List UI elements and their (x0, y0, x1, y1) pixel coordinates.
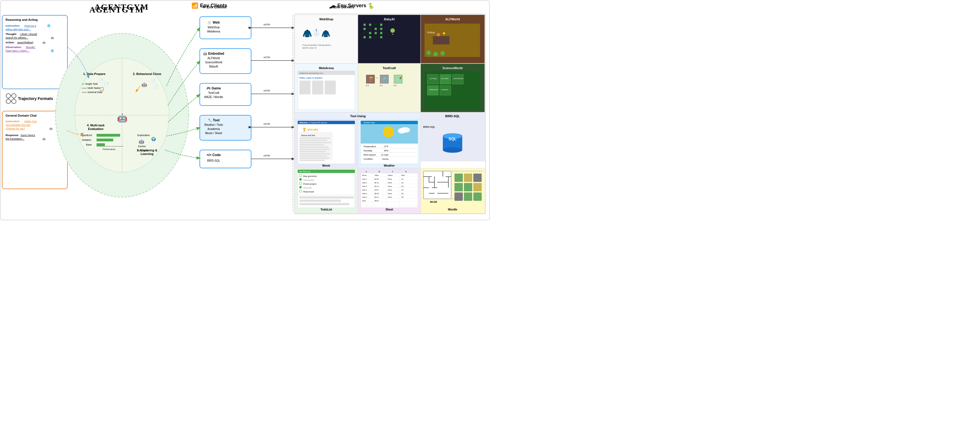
svg-text:Status: Status (388, 174, 393, 176)
svg-text:BATHROOM: BATHROOM (453, 78, 463, 80)
svg-text:Weather / Todo: Weather / Todo (204, 123, 223, 126)
svg-rect-185 (295, 120, 358, 168)
svg-text:2. Behavioral Clone: 2. Behavioral Clone (133, 72, 161, 75)
svg-text:🤖: 🤖 (142, 82, 147, 87)
svg-text:Exploration: Exploration (137, 134, 150, 137)
svg-text:WebArena: WebArena (207, 30, 220, 33)
svg-text:D: D (406, 171, 407, 173)
svg-text:ALFWorld: ALFWorld (445, 18, 460, 21)
svg-rect-136 (433, 36, 450, 45)
svg-text:Weather App: Weather App (363, 121, 375, 124)
svg-text:Feedback: Feedback (137, 149, 148, 152)
svg-text:Call dentist: Call dentist (303, 179, 314, 181)
svg-text:🤖: 🤖 (49, 127, 53, 130)
svg-text:Weather: Weather (384, 164, 395, 167)
svg-rect-245 (299, 203, 349, 205)
svg-text:🎮 Game: 🎮 Game (207, 86, 221, 90)
svg-text:📄: 📄 (104, 83, 109, 87)
svg-text:MAZE / Wordle: MAZE / Wordle (204, 96, 223, 99)
svg-rect-165 (425, 72, 480, 109)
svg-text:webarena.onesopshop.com: webarena.onesopshop.com (299, 72, 323, 74)
svg-point-213 (400, 127, 410, 133)
svg-rect-198 (299, 144, 325, 145)
svg-rect-208 (361, 121, 418, 164)
svg-rect-318 (455, 183, 463, 191)
python-icon: 🐍 (368, 3, 374, 9)
svg-text:My Todo List: My Todo List (299, 171, 310, 173)
svg-text:TextCraft: TextCraft (208, 91, 219, 94)
main-layout: AGENTGYM ≋ Env Clients ☁ Env Servers 🐍 R… (0, 0, 490, 220)
svg-text:HTTP: HTTP (264, 56, 270, 59)
svg-point-183 (443, 133, 462, 139)
svg-point-22 (6, 99, 11, 104)
svg-text:A: A (366, 171, 367, 173)
svg-text:72°F: 72°F (384, 145, 388, 148)
svg-rect-297 (421, 168, 485, 213)
svg-rect-227 (295, 168, 358, 213)
svg-text:🤖: 🤖 (43, 137, 46, 141)
svg-rect-122 (363, 32, 366, 34)
svg-text:$8.10: $8.10 (375, 182, 379, 184)
svg-rect-197 (299, 142, 331, 143)
svg-text:🤖: 🤖 (139, 139, 144, 144)
svg-rect-229 (298, 170, 355, 208)
svg-rect-204 (299, 157, 329, 159)
svg-rect-172 (427, 86, 438, 95)
svg-point-140 (433, 52, 438, 56)
svg-rect-105 (295, 15, 358, 63)
svg-text:Chinese for me?: Chinese for me? (6, 127, 25, 130)
svg-rect-242 (298, 195, 355, 195)
svg-text:Pend: Pend (388, 197, 392, 198)
svg-text:OUTSIDE: OUTSIDE (430, 78, 437, 80)
svg-text:WebArena: WebArena (319, 66, 334, 70)
svg-rect-126 (363, 36, 366, 38)
svg-text:Reasoning and Acting: Reasoning and Acting (6, 18, 38, 21)
svg-text:TextCraft: TextCraft (383, 66, 396, 70)
svg-point-23 (12, 99, 16, 104)
svg-text:Action:: Action: (6, 41, 15, 44)
svg-rect-166 (427, 74, 438, 84)
svg-text:Hello! Can: Hello! Can (24, 120, 37, 123)
svg-text:Total: Total (362, 200, 366, 201)
svg-point-130 (390, 28, 395, 33)
svg-text:1 x: 1 x (366, 84, 369, 87)
svg-rect-86 (200, 115, 251, 140)
svg-text:▭▭ General Data: ▭▭ General Data (82, 91, 102, 94)
svg-text:Humidity: Humidity (363, 149, 372, 152)
svg-text:🛒 Web: 🛒 Web (208, 20, 220, 24)
svg-text:→: → (375, 75, 379, 80)
svg-point-40 (56, 34, 189, 197)
svg-text:Evaluation: Evaluation (88, 127, 103, 131)
svg-text:WebShop: WebShop (208, 26, 220, 29)
svg-rect-249 (361, 170, 418, 173)
svg-text:🌐: 🌐 (51, 49, 54, 53)
svg-text:Done: Done (388, 185, 392, 187)
svg-text:Read book: Read book (303, 190, 314, 193)
svg-rect-68 (97, 139, 113, 141)
svg-rect-176 (295, 112, 421, 120)
svg-rect-144 (298, 71, 355, 110)
svg-text:Welcome: Welcome (299, 121, 307, 124)
svg-point-41 (75, 58, 169, 172)
svg-text:📄: 📄 (99, 78, 103, 83)
svg-text:HTTP: HTTP (264, 154, 270, 157)
svg-rect-153 (366, 75, 375, 83)
svg-text:Patio, Lawn & Garden: Patio, Lawn & Garden (299, 77, 322, 79)
svg-rect-321 (455, 192, 463, 201)
svg-rect-209 (361, 121, 418, 124)
svg-text:1 x: 1 x (380, 84, 383, 87)
svg-rect-132 (421, 15, 485, 63)
svg-rect-145 (298, 71, 355, 75)
env-servers-label: ☁ Env Servers 🐍 (330, 2, 374, 9)
svg-rect-248 (361, 170, 418, 208)
svg-rect-104 (294, 14, 485, 214)
svg-rect-319 (464, 183, 472, 191)
svg-text:1. Data Prepare: 1. Data Prepare (83, 72, 105, 75)
svg-rect-142 (295, 64, 358, 112)
svg-text:Welcome: Welcome (302, 124, 313, 127)
svg-point-141 (440, 51, 445, 56)
svg-text:Results:: Results: (26, 46, 35, 49)
svg-text:BabyAI: BabyAI (209, 65, 218, 68)
svg-text:ScienceWorld: ScienceWorld (442, 66, 463, 70)
svg-text:BIRD-SQL: BIRD-SQL (423, 126, 435, 128)
